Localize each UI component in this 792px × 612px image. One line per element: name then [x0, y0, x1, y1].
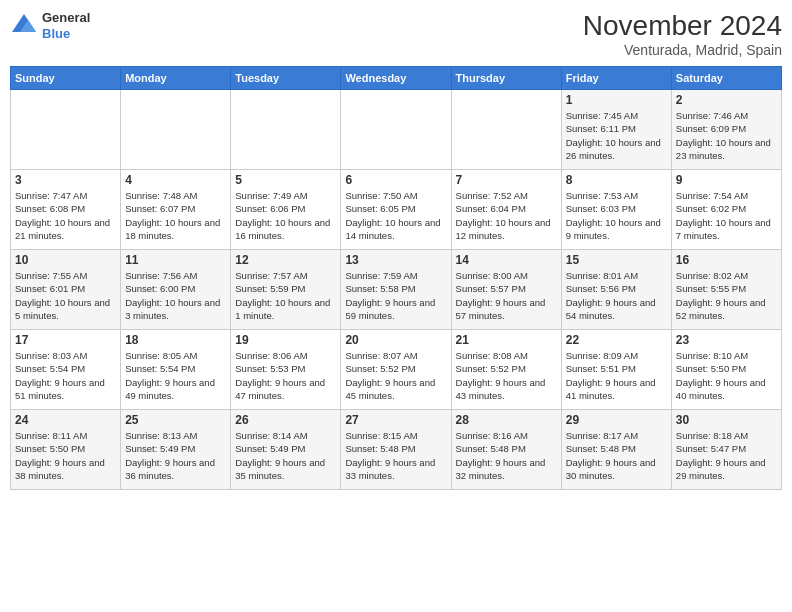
- day-number: 11: [125, 253, 226, 267]
- calendar-cell: 11Sunrise: 7:56 AM Sunset: 6:00 PM Dayli…: [121, 250, 231, 330]
- header-wednesday: Wednesday: [341, 67, 451, 90]
- calendar-cell: 19Sunrise: 8:06 AM Sunset: 5:53 PM Dayli…: [231, 330, 341, 410]
- header-row: SundayMondayTuesdayWednesdayThursdayFrid…: [11, 67, 782, 90]
- day-number: 17: [15, 333, 116, 347]
- calendar-cell: 8Sunrise: 7:53 AM Sunset: 6:03 PM Daylig…: [561, 170, 671, 250]
- day-info: Sunrise: 7:48 AM Sunset: 6:07 PM Dayligh…: [125, 189, 226, 242]
- logo-blue: Blue: [42, 26, 90, 42]
- calendar-body: 1Sunrise: 7:45 AM Sunset: 6:11 PM Daylig…: [11, 90, 782, 490]
- day-number: 8: [566, 173, 667, 187]
- day-info: Sunrise: 8:08 AM Sunset: 5:52 PM Dayligh…: [456, 349, 557, 402]
- day-number: 14: [456, 253, 557, 267]
- week-row-3: 17Sunrise: 8:03 AM Sunset: 5:54 PM Dayli…: [11, 330, 782, 410]
- calendar-cell: 21Sunrise: 8:08 AM Sunset: 5:52 PM Dayli…: [451, 330, 561, 410]
- logo-text: General Blue: [42, 10, 90, 41]
- day-info: Sunrise: 8:01 AM Sunset: 5:56 PM Dayligh…: [566, 269, 667, 322]
- calendar-cell: 17Sunrise: 8:03 AM Sunset: 5:54 PM Dayli…: [11, 330, 121, 410]
- header-friday: Friday: [561, 67, 671, 90]
- day-info: Sunrise: 8:00 AM Sunset: 5:57 PM Dayligh…: [456, 269, 557, 322]
- day-info: Sunrise: 7:57 AM Sunset: 5:59 PM Dayligh…: [235, 269, 336, 322]
- day-info: Sunrise: 8:09 AM Sunset: 5:51 PM Dayligh…: [566, 349, 667, 402]
- day-number: 25: [125, 413, 226, 427]
- day-number: 4: [125, 173, 226, 187]
- day-number: 16: [676, 253, 777, 267]
- day-number: 1: [566, 93, 667, 107]
- day-info: Sunrise: 8:18 AM Sunset: 5:47 PM Dayligh…: [676, 429, 777, 482]
- calendar-cell: [11, 90, 121, 170]
- logo-general: General: [42, 10, 90, 26]
- day-info: Sunrise: 8:05 AM Sunset: 5:54 PM Dayligh…: [125, 349, 226, 402]
- calendar-cell: 3Sunrise: 7:47 AM Sunset: 6:08 PM Daylig…: [11, 170, 121, 250]
- calendar-cell: 12Sunrise: 7:57 AM Sunset: 5:59 PM Dayli…: [231, 250, 341, 330]
- calendar-cell: 13Sunrise: 7:59 AM Sunset: 5:58 PM Dayli…: [341, 250, 451, 330]
- calendar-cell: 4Sunrise: 7:48 AM Sunset: 6:07 PM Daylig…: [121, 170, 231, 250]
- day-info: Sunrise: 7:56 AM Sunset: 6:00 PM Dayligh…: [125, 269, 226, 322]
- calendar-cell: [121, 90, 231, 170]
- day-number: 19: [235, 333, 336, 347]
- header-saturday: Saturday: [671, 67, 781, 90]
- day-info: Sunrise: 8:11 AM Sunset: 5:50 PM Dayligh…: [15, 429, 116, 482]
- calendar-cell: 9Sunrise: 7:54 AM Sunset: 6:02 PM Daylig…: [671, 170, 781, 250]
- calendar-cell: 28Sunrise: 8:16 AM Sunset: 5:48 PM Dayli…: [451, 410, 561, 490]
- calendar-cell: [341, 90, 451, 170]
- logo: General Blue: [10, 10, 90, 41]
- day-number: 20: [345, 333, 446, 347]
- day-info: Sunrise: 8:07 AM Sunset: 5:52 PM Dayligh…: [345, 349, 446, 402]
- day-info: Sunrise: 7:53 AM Sunset: 6:03 PM Dayligh…: [566, 189, 667, 242]
- day-info: Sunrise: 7:59 AM Sunset: 5:58 PM Dayligh…: [345, 269, 446, 322]
- day-info: Sunrise: 8:14 AM Sunset: 5:49 PM Dayligh…: [235, 429, 336, 482]
- day-info: Sunrise: 7:52 AM Sunset: 6:04 PM Dayligh…: [456, 189, 557, 242]
- day-info: Sunrise: 7:55 AM Sunset: 6:01 PM Dayligh…: [15, 269, 116, 322]
- page-header: General Blue November 2024 Venturada, Ma…: [10, 10, 782, 58]
- day-number: 12: [235, 253, 336, 267]
- day-number: 28: [456, 413, 557, 427]
- location-title: Venturada, Madrid, Spain: [583, 42, 782, 58]
- day-info: Sunrise: 8:16 AM Sunset: 5:48 PM Dayligh…: [456, 429, 557, 482]
- calendar-cell: 25Sunrise: 8:13 AM Sunset: 5:49 PM Dayli…: [121, 410, 231, 490]
- calendar-cell: 27Sunrise: 8:15 AM Sunset: 5:48 PM Dayli…: [341, 410, 451, 490]
- day-number: 2: [676, 93, 777, 107]
- day-info: Sunrise: 8:06 AM Sunset: 5:53 PM Dayligh…: [235, 349, 336, 402]
- day-info: Sunrise: 8:17 AM Sunset: 5:48 PM Dayligh…: [566, 429, 667, 482]
- title-block: November 2024 Venturada, Madrid, Spain: [583, 10, 782, 58]
- calendar-cell: 30Sunrise: 8:18 AM Sunset: 5:47 PM Dayli…: [671, 410, 781, 490]
- calendar-cell: 6Sunrise: 7:50 AM Sunset: 6:05 PM Daylig…: [341, 170, 451, 250]
- day-number: 27: [345, 413, 446, 427]
- calendar-cell: 14Sunrise: 8:00 AM Sunset: 5:57 PM Dayli…: [451, 250, 561, 330]
- week-row-2: 10Sunrise: 7:55 AM Sunset: 6:01 PM Dayli…: [11, 250, 782, 330]
- day-info: Sunrise: 7:54 AM Sunset: 6:02 PM Dayligh…: [676, 189, 777, 242]
- day-info: Sunrise: 7:45 AM Sunset: 6:11 PM Dayligh…: [566, 109, 667, 162]
- week-row-4: 24Sunrise: 8:11 AM Sunset: 5:50 PM Dayli…: [11, 410, 782, 490]
- header-tuesday: Tuesday: [231, 67, 341, 90]
- day-number: 6: [345, 173, 446, 187]
- calendar-cell: 24Sunrise: 8:11 AM Sunset: 5:50 PM Dayli…: [11, 410, 121, 490]
- calendar-cell: [231, 90, 341, 170]
- day-number: 30: [676, 413, 777, 427]
- day-info: Sunrise: 7:50 AM Sunset: 6:05 PM Dayligh…: [345, 189, 446, 242]
- day-info: Sunrise: 7:47 AM Sunset: 6:08 PM Dayligh…: [15, 189, 116, 242]
- day-number: 29: [566, 413, 667, 427]
- day-number: 10: [15, 253, 116, 267]
- day-number: 3: [15, 173, 116, 187]
- day-number: 24: [15, 413, 116, 427]
- calendar-cell: [451, 90, 561, 170]
- day-info: Sunrise: 7:46 AM Sunset: 6:09 PM Dayligh…: [676, 109, 777, 162]
- calendar-cell: 10Sunrise: 7:55 AM Sunset: 6:01 PM Dayli…: [11, 250, 121, 330]
- day-number: 23: [676, 333, 777, 347]
- calendar-cell: 16Sunrise: 8:02 AM Sunset: 5:55 PM Dayli…: [671, 250, 781, 330]
- calendar-cell: 15Sunrise: 8:01 AM Sunset: 5:56 PM Dayli…: [561, 250, 671, 330]
- day-info: Sunrise: 8:10 AM Sunset: 5:50 PM Dayligh…: [676, 349, 777, 402]
- header-sunday: Sunday: [11, 67, 121, 90]
- calendar-cell: 22Sunrise: 8:09 AM Sunset: 5:51 PM Dayli…: [561, 330, 671, 410]
- day-info: Sunrise: 8:13 AM Sunset: 5:49 PM Dayligh…: [125, 429, 226, 482]
- logo-icon: [10, 12, 38, 40]
- calendar-cell: 1Sunrise: 7:45 AM Sunset: 6:11 PM Daylig…: [561, 90, 671, 170]
- week-row-0: 1Sunrise: 7:45 AM Sunset: 6:11 PM Daylig…: [11, 90, 782, 170]
- page-title: November 2024: [583, 10, 782, 42]
- day-info: Sunrise: 8:03 AM Sunset: 5:54 PM Dayligh…: [15, 349, 116, 402]
- calendar-cell: 20Sunrise: 8:07 AM Sunset: 5:52 PM Dayli…: [341, 330, 451, 410]
- calendar-cell: 2Sunrise: 7:46 AM Sunset: 6:09 PM Daylig…: [671, 90, 781, 170]
- day-number: 22: [566, 333, 667, 347]
- calendar-cell: 23Sunrise: 8:10 AM Sunset: 5:50 PM Dayli…: [671, 330, 781, 410]
- calendar-header: SundayMondayTuesdayWednesdayThursdayFrid…: [11, 67, 782, 90]
